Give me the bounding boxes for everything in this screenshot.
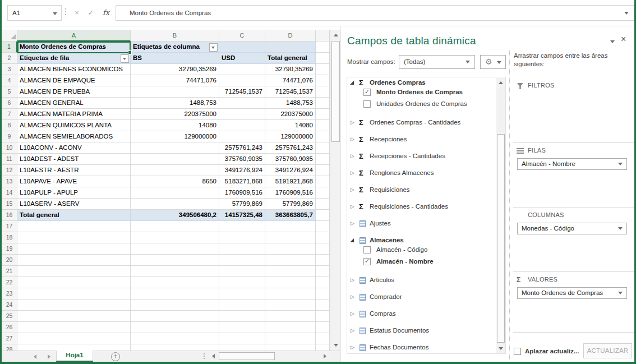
cell-E7[interactable]	[316, 109, 330, 120]
field-item-monto-ordenes-de-compras[interactable]: Monto Ordenes de Compras	[347, 88, 505, 98]
cell-E25[interactable]	[316, 311, 330, 322]
cell-A22[interactable]	[17, 277, 131, 288]
cell-A9[interactable]: ALMACEN SEMIELABORADOS	[17, 131, 131, 142]
cell-A12[interactable]: L10AESTR - AESTR	[17, 165, 131, 176]
scroll-left-button[interactable]	[209, 352, 218, 360]
cell-A26[interactable]	[17, 322, 131, 333]
cell-D17[interactable]	[265, 221, 316, 232]
cell-A5[interactable]: ALMACEN DE PRUEBA	[17, 86, 131, 98]
chevron-down-icon[interactable]	[618, 163, 623, 165]
cell-C2[interactable]: USD	[219, 53, 265, 64]
field-item-unidades-ordenes-de-compras[interactable]: Unidades Ordenes de Compras	[347, 100, 505, 109]
expand-icon[interactable]: ▷	[351, 311, 354, 316]
add-sheet-icon[interactable]: +	[111, 352, 120, 361]
cell-E14[interactable]	[316, 187, 330, 199]
row-header-13[interactable]: 13	[2, 176, 17, 187]
cell-A23[interactable]	[17, 288, 131, 300]
cell-B5[interactable]	[131, 86, 219, 98]
pane-options-icon[interactable]	[610, 40, 615, 43]
row-header-4[interactable]: 4	[2, 75, 17, 86]
cell-D7[interactable]: 220375000	[265, 109, 316, 120]
cell-A3[interactable]: ALMACEN BIENES ECONOMICOS	[17, 64, 131, 75]
expand-icon[interactable]: ▷	[351, 277, 354, 283]
vertical-scrollbar[interactable]	[330, 30, 340, 351]
row-header-23[interactable]: 23	[2, 288, 17, 300]
cell-C8[interactable]	[219, 120, 265, 131]
tab-splitter-handle[interactable]	[204, 353, 205, 360]
cell-C3[interactable]	[219, 64, 265, 75]
cell-E21[interactable]	[316, 266, 330, 277]
sheet-tab-hoja1[interactable]: Hoja1	[56, 351, 93, 362]
cell-D4[interactable]: 74471,076	[265, 75, 316, 86]
scroll-down-button[interactable]	[496, 344, 505, 353]
cell-C14[interactable]: 1760909,516	[219, 187, 265, 199]
cell-C1[interactable]	[219, 42, 265, 53]
scroll-down-button[interactable]	[331, 340, 340, 350]
cell-E23[interactable]	[316, 288, 330, 300]
row-header-22[interactable]: 22	[2, 277, 17, 288]
cell-A24[interactable]	[17, 300, 131, 311]
expand-icon[interactable]: ▷	[351, 220, 354, 226]
cell-E18[interactable]	[316, 232, 330, 243]
row-labels-filter-button[interactable]	[121, 54, 129, 63]
cell-D22[interactable]	[265, 277, 316, 288]
expand-icon[interactable]: ▷	[351, 153, 354, 159]
cell-D16[interactable]: 363663805,7	[265, 210, 316, 221]
cell-B27[interactable]	[131, 333, 219, 344]
cell-B23[interactable]	[131, 288, 219, 300]
cell-B3[interactable]: 32790,35269	[131, 64, 219, 75]
cell-E19[interactable]	[316, 243, 330, 255]
cell-B4[interactable]: 74471,076	[131, 75, 219, 86]
cell-B13[interactable]: 8650	[131, 176, 219, 187]
expand-icon[interactable]: ▷	[351, 328, 354, 333]
cell-D15[interactable]: 57799,869	[265, 199, 316, 210]
cell-A25[interactable]	[17, 311, 131, 322]
next-sheet-icon[interactable]	[48, 354, 50, 359]
cell-E22[interactable]	[316, 277, 330, 288]
field-item-ajustes[interactable]: ▷Ajustes	[347, 219, 505, 229]
field-item-requisiciones[interactable]: ▷ΣRequisiciones	[347, 186, 505, 195]
cell-C12[interactable]: 3491276,924	[219, 165, 265, 176]
cell-C13[interactable]: 5183271,868	[219, 176, 265, 187]
cell-A2[interactable]: Etiquetas de fila	[17, 53, 131, 64]
cell-C10[interactable]: 2575761,243	[219, 142, 265, 154]
cell-B1[interactable]: Etiquetas de columna	[131, 42, 219, 53]
expand-icon[interactable]: ▷	[351, 204, 354, 209]
cell-A13[interactable]: L10APAVE - APAVE	[17, 176, 131, 187]
row-header-18[interactable]: 18	[2, 232, 17, 243]
row-header-2[interactable]: 2	[2, 53, 17, 64]
field-list-scrollbar[interactable]	[496, 78, 505, 353]
row-header-5[interactable]: 5	[2, 86, 17, 98]
expand-icon[interactable]: ▷	[351, 344, 354, 350]
row-header-26[interactable]: 26	[2, 322, 17, 333]
cell-C21[interactable]	[219, 266, 265, 277]
defer-update-checkbox[interactable]	[514, 348, 521, 355]
column-header-partial[interactable]	[316, 30, 330, 42]
cell-C5[interactable]: 712545,1537	[219, 86, 265, 98]
cell-B21[interactable]	[131, 266, 219, 277]
field-checkbox[interactable]	[363, 258, 371, 265]
field-item-ordenes-compras-cantidades[interactable]: ▷ΣOrdenes Compras - Cantidades	[347, 118, 505, 128]
cell-D14[interactable]: 1760909,516	[265, 187, 316, 199]
field-item-comprador[interactable]: ▷Comprador	[347, 293, 505, 302]
chevron-down-icon[interactable]	[53, 12, 57, 15]
row-header-16[interactable]: 16	[2, 210, 17, 221]
field-item-renglones-almacenes[interactable]: ▷ΣRenglones Almacenes	[347, 169, 505, 178]
scroll-right-button[interactable]	[321, 352, 329, 360]
cell-E27[interactable]	[316, 333, 330, 344]
row-header-6[interactable]: 6	[2, 98, 17, 109]
name-box[interactable]: A1	[7, 5, 62, 21]
cell-E5[interactable]	[316, 86, 330, 98]
area-chip[interactable]: Monedas - Código	[517, 223, 627, 234]
field-item-requisiciones-cantidades[interactable]: ▷ΣRequisiciones - Cantidades	[347, 202, 505, 212]
field-list-tools-button[interactable]: ⚙	[480, 55, 506, 69]
insert-function-icon[interactable]: fx	[99, 5, 113, 21]
cell-E10[interactable]	[316, 142, 330, 154]
field-item-articulos[interactable]: ▷Articulos	[347, 276, 505, 285]
cell-D6[interactable]: 1488,753	[265, 98, 316, 109]
row-header-20[interactable]: 20	[2, 255, 17, 266]
cell-C18[interactable]	[219, 232, 265, 243]
scroll-up-button[interactable]	[331, 30, 340, 40]
cell-B11[interactable]	[131, 154, 219, 165]
field-list-scroll-thumb[interactable]	[497, 134, 505, 343]
